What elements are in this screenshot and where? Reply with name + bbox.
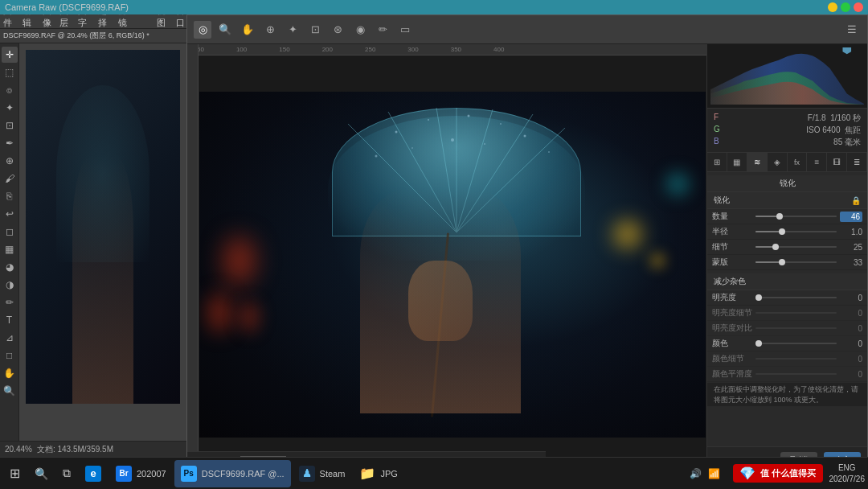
cr-tab-camera[interactable]: 🎞 <box>827 153 847 171</box>
svg-point-9 <box>468 115 470 117</box>
pen-tool[interactable]: ✏ <box>2 294 18 310</box>
cr-lum-contrast-value: 0 <box>840 324 862 333</box>
cr-tab-tone[interactable]: ▦ <box>727 153 747 171</box>
lasso-tool[interactable]: ⌾ <box>2 82 18 98</box>
cr-preview-area[interactable]: 50 100 150 200 250 300 350 400 <box>187 44 706 474</box>
hand-tool[interactable]: ✋ <box>2 365 18 381</box>
cr-section-detail: 锐化 <box>707 175 867 192</box>
ps-bottom-status: 20.44% 文档: 143.5M/359.5M <box>0 441 186 457</box>
cr-tab-hsl[interactable]: ◈ <box>768 153 788 171</box>
cr-color-smooth-value: 0 <box>840 370 862 379</box>
cr-color-value: 0 <box>840 339 862 348</box>
cr-healing-tool[interactable]: ⊛ <box>329 21 346 39</box>
dodge-tool[interactable]: ◑ <box>2 277 18 293</box>
cr-amount-value[interactable]: 46 <box>840 212 862 222</box>
cr-hand-tool[interactable]: ✋ <box>239 21 256 39</box>
move-tool[interactable]: ✛ <box>2 47 18 63</box>
title-bar: Camera Raw (DSCF9699.RAF) <box>0 0 868 14</box>
cr-color-smooth-track <box>755 373 837 375</box>
zoom-tool[interactable]: 🔍 <box>2 383 18 399</box>
path-tool[interactable]: ⊿ <box>2 330 18 346</box>
cr-main-area: 50 100 150 200 250 300 350 400 <box>187 44 867 474</box>
window-controls <box>828 2 863 12</box>
close-button[interactable] <box>854 2 863 12</box>
cr-luminance-track[interactable] <box>755 297 837 298</box>
cr-zoom-tool[interactable]: 🔍 <box>216 21 234 39</box>
ps-menu-bar: 文件(F) 编辑(E) 图像(I) 图层(L) 文字(Y) 选择(S) 滤镜(T… <box>0 14 186 29</box>
cr-color-track[interactable] <box>755 343 837 344</box>
taskbar-bridge[interactable]: Br 202007 <box>109 460 173 487</box>
cr-tab-effects[interactable]: fx <box>788 153 808 171</box>
taskbar-folder[interactable]: 📁 JPG <box>353 460 403 487</box>
cr-detail-track[interactable] <box>755 246 837 248</box>
blur-tool[interactable]: ◕ <box>2 259 18 275</box>
cr-tab-detail[interactable]: ≋ <box>747 153 768 171</box>
cr-redeye-tool[interactable]: ◉ <box>351 21 369 39</box>
taskbar-task-view[interactable]: ⧉ <box>56 460 77 487</box>
ps-status-bar: DSCF9699.RAF @ 20.4% (图层 6, RGB/16) * <box>0 29 186 43</box>
cr-slider-detail: 细节 25 <box>707 240 867 255</box>
quick-select-tool[interactable]: ✦ <box>2 100 18 116</box>
clone-tool[interactable]: ⎘ <box>2 188 18 204</box>
svg-point-11 <box>524 135 526 138</box>
bridge-icon: Br <box>116 466 132 482</box>
cr-adj-brush[interactable]: ✏ <box>374 21 391 39</box>
taskbar-ps[interactable]: Ps DSCF9699.RAF @... <box>174 460 291 487</box>
minimize-button[interactable] <box>828 2 837 12</box>
cr-histogram <box>707 44 867 109</box>
title-bar-text: Camera Raw (DSCF9699.RAF) <box>5 2 129 12</box>
type-tool[interactable]: T <box>2 312 18 328</box>
crop-tool[interactable]: ⊡ <box>2 117 18 134</box>
cr-radius-label: 半径 <box>712 226 752 237</box>
taskbar: ⊞ 🔍 ⧉ e Br 202007 Ps DSCF9699.RAF @... ♟… <box>0 457 868 489</box>
cr-tab-lens[interactable]: ≡ <box>807 153 827 171</box>
svg-point-8 <box>428 119 429 121</box>
cr-tab-basic[interactable]: ⊞ <box>707 153 727 171</box>
taskbar-start[interactable]: ⊞ <box>3 460 27 487</box>
cr-luminance-value: 0 <box>840 294 862 302</box>
select-tool[interactable]: ⬚ <box>2 64 18 80</box>
eyedropper-tool[interactable]: ✒ <box>2 135 18 151</box>
shape-tool[interactable]: □ <box>2 347 18 364</box>
svg-point-16 <box>548 151 550 153</box>
cr-masking-track[interactable] <box>755 261 837 263</box>
taskbar-edge[interactable]: e <box>79 460 108 487</box>
maximize-button[interactable] <box>841 2 850 12</box>
svg-point-15 <box>375 155 378 158</box>
ps-left-toolbar: ✛ ⬚ ⌾ ✦ ⊡ ✒ ⊕ 🖌 ⎘ ↩ ◻ ▦ ◕ ◑ ✏ T ⊿ □ ✋ 🔍 <box>0 43 19 470</box>
cr-slider-lum-detail: 明亮度细节 0 <box>707 306 867 321</box>
folder-icon: 📁 <box>359 466 375 482</box>
cr-select-tool[interactable]: ◎ <box>194 21 211 39</box>
taskbar-search[interactable]: 🔍 <box>28 460 55 487</box>
cr-slider-color-smooth: 颜色平滑度 0 <box>707 367 867 382</box>
cr-panel-tabs: ⊞ ▦ ≋ ◈ fx ≡ 🎞 ≣ <box>707 153 867 172</box>
cr-radius-track[interactable] <box>755 231 837 232</box>
cr-grad-filter[interactable]: ▭ <box>396 21 414 39</box>
brush-tool[interactable]: 🖌 <box>2 171 18 187</box>
taskbar-steam[interactable]: ♟ Steam <box>293 460 352 487</box>
svg-point-10 <box>500 123 502 125</box>
eraser-tool[interactable]: ◻ <box>2 224 18 240</box>
cr-noise-section-label: 减少杂色 <box>714 276 746 287</box>
gradient-tool[interactable]: ▦ <box>2 241 18 257</box>
ps-file-name: DSCF9699.RAF @ 20.4% (图层 6, RGB/16) * <box>3 31 149 41</box>
cr-ruler-horizontal: 50 100 150 200 250 300 350 400 <box>187 44 706 55</box>
cr-wb-tool[interactable]: ⊕ <box>261 21 279 39</box>
brand-badge: 💎 值 什么值得买 <box>733 464 822 483</box>
cr-tab-presets[interactable]: ≣ <box>847 153 867 171</box>
steam-icon: ♟ <box>299 466 315 482</box>
svg-point-7 <box>395 131 398 134</box>
sys-date: 2020/7/26 <box>829 474 866 485</box>
cr-amount-track[interactable] <box>755 216 837 217</box>
cr-flyout-menu[interactable]: ☰ <box>843 21 861 39</box>
ps-file-size: 文档: 143.5M/359.5M <box>37 444 113 455</box>
history-brush[interactable]: ↩ <box>2 206 18 222</box>
cr-detail-value: 25 <box>840 243 862 252</box>
cr-masking-label: 蒙版 <box>712 257 752 268</box>
cr-sampler-tool[interactable]: ✦ <box>284 21 301 39</box>
cr-slider-color-detail: 颜色细节 0 <box>707 351 867 367</box>
start-icon: ⊞ <box>10 466 20 481</box>
cr-crop-tool[interactable]: ⊡ <box>306 21 324 39</box>
cr-detail-label: 细节 <box>712 241 752 253</box>
healing-tool[interactable]: ⊕ <box>2 153 18 169</box>
